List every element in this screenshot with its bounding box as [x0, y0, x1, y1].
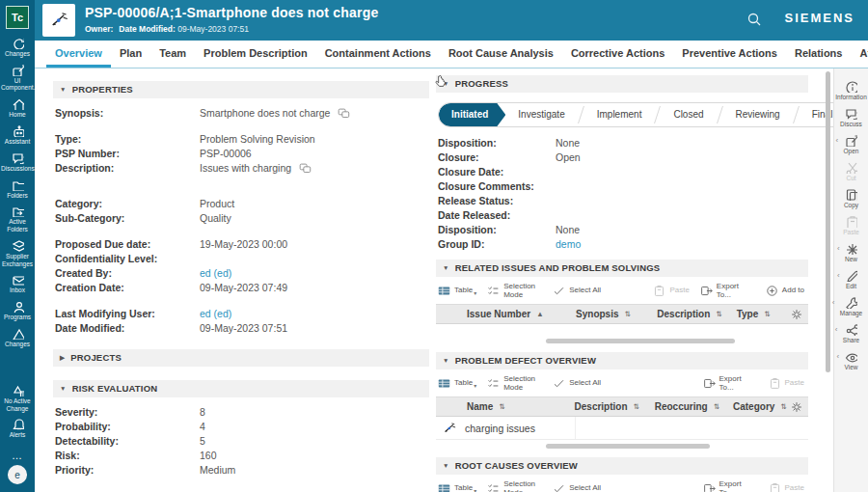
more-options-icon[interactable]: … [12, 450, 23, 461]
stage-closed[interactable]: Closed [661, 103, 716, 126]
export-icon [703, 377, 716, 390]
export-to-button[interactable]: Export To... [700, 282, 755, 299]
field-value: None [556, 223, 580, 237]
column-header-name[interactable]: Name⇅ [436, 401, 567, 412]
tab-preventive-actions[interactable]: Preventive Actions [673, 41, 786, 68]
column-settings-button[interactable] [783, 309, 808, 320]
export-to-button[interactable]: Export To... [703, 479, 758, 492]
tab-containment-actions[interactable]: Containment Actions [316, 41, 440, 68]
vertical-scrollbar[interactable] [826, 71, 830, 372]
sidebar-item-no-active-change[interactable]: No Active Change [0, 384, 35, 413]
active-folder-icon [12, 205, 24, 217]
title-meta: Owner: Date Modified: 09-May-2023 07:51 [85, 24, 249, 34]
section-header-progress[interactable]: ▼ PROGRESS [436, 75, 808, 93]
sidebar-item-ui-component[interactable]: UI Component.. [0, 64, 35, 93]
last-modifying-user-link[interactable]: ed (ed) [200, 307, 231, 321]
tab-problem-description[interactable]: Problem Description [195, 41, 316, 68]
field-row: PSP Number:PSP-00006 [55, 147, 427, 161]
table-view-button[interactable]: Table ▾ [438, 482, 476, 492]
column-header-type[interactable]: Type⇅ [729, 309, 783, 319]
field-row: Type:Problem Solving Revision [55, 132, 427, 147]
collapse-icon: ▼ [443, 352, 449, 369]
open-button[interactable]: ‹ Open [844, 134, 859, 154]
section-title: RISK EVALUATION [72, 380, 158, 397]
section-header-risk-evaluation[interactable]: ▼ RISK EVALUATION [53, 380, 429, 397]
discuss-button[interactable]: Discuss [840, 107, 862, 127]
sidebar-item-active-folders[interactable]: Active Folders [0, 205, 35, 233]
selection-mode-button[interactable]: Selection Mode [487, 374, 542, 392]
group-id-link[interactable]: demo [556, 237, 581, 252]
section-header-related-issues[interactable]: ▼ RELATED ISSUES AND PROBLEM SOLVINGS [436, 260, 808, 277]
new-button[interactable]: ‹ New [845, 242, 857, 262]
section-header-root-causes[interactable]: ▼ ROOT CAUSES OVERVIEW [436, 457, 808, 475]
column-header-reoccuring[interactable]: Reoccuring⇅ [647, 401, 725, 412]
column-settings-button[interactable] [783, 401, 808, 413]
table-row-charging-issues[interactable]: charging issues [436, 417, 808, 440]
view-button[interactable]: ‹ View [845, 350, 858, 370]
field-value: Product [200, 197, 234, 211]
field-row: Detectability:5 [55, 434, 427, 449]
select-all-button[interactable]: Select All [553, 482, 601, 492]
edit-button[interactable]: ‹ Edit [845, 269, 857, 289]
tab-overview[interactable]: Overview [46, 41, 111, 68]
sidebar-item-changes-top[interactable]: Changes [0, 37, 35, 58]
column-header-category[interactable]: Category⇅ [725, 401, 783, 412]
field-row: Closure Comments: [438, 179, 806, 194]
select-all-button[interactable]: Select All [553, 377, 601, 390]
stage-initiated[interactable]: Initiated [439, 103, 505, 126]
select-all-button[interactable]: Select All [553, 285, 601, 297]
tab-team[interactable]: Team [150, 41, 195, 68]
search-icon[interactable] [746, 12, 762, 27]
sidebar-item-programs[interactable]: Programs [0, 300, 35, 321]
user-avatar[interactable]: e [8, 465, 27, 484]
copy-button[interactable]: Copy [844, 188, 858, 208]
sidebar-item-inbox[interactable]: Inbox [0, 273, 35, 294]
sidebar-item-folders[interactable]: Folders [0, 178, 35, 200]
tc-logo[interactable]: Tc [6, 6, 29, 29]
field-row: Category:Product [55, 197, 427, 211]
column-header-description[interactable]: Description⇅ [567, 401, 647, 412]
export-to-button[interactable]: Export To... [703, 374, 758, 392]
tab-plan[interactable]: Plan [111, 41, 150, 68]
tab-relations[interactable]: Relations [786, 41, 852, 68]
translate-icon[interactable] [299, 163, 312, 174]
stage-reviewing[interactable]: Reviewing [723, 103, 793, 126]
manage-button[interactable]: ‹ Manage [840, 296, 863, 316]
column-header-synopsis[interactable]: Synopsis⇅ [568, 309, 649, 319]
created-by-link[interactable]: ed (ed) [200, 266, 231, 281]
section-header-projects[interactable]: ▶ PROJECTS [53, 349, 429, 367]
field-row: Closure Date: [438, 165, 806, 179]
stage-investigate[interactable]: Investigate [505, 103, 577, 126]
translate-icon[interactable] [338, 108, 350, 119]
sidebar-item-supplier-exchanges[interactable]: Supplier Exchanges [0, 239, 35, 268]
field-value: None [556, 136, 580, 150]
sidebar-item-assistant[interactable]: Assistant [0, 124, 35, 146]
sidebar-item-changes[interactable]: Changes [0, 327, 35, 348]
column-header-description[interactable]: Description⇅ [649, 309, 728, 319]
chevron-left-icon: ‹ [832, 298, 835, 307]
tab-corrective-actions[interactable]: Corrective Actions [562, 41, 673, 68]
stage-separator [578, 103, 584, 126]
selection-mode-button[interactable]: Selection Mode [487, 282, 542, 299]
field-row: Date Modified:09-May-2023 07:51 [55, 321, 427, 336]
information-button[interactable]: Information [835, 80, 867, 100]
section-header-problem-defect[interactable]: ▼ PROBLEM DEFECT OVERVIEW [436, 352, 808, 369]
sort-icon: ⇅ [499, 402, 504, 411]
column-header-issue-number[interactable]: Issue Number▲ [436, 309, 568, 319]
section-header-properties[interactable]: ▼ PROPERTIES [53, 81, 429, 98]
selection-mode-button[interactable]: Selection Mode [487, 479, 542, 492]
table-view-button[interactable]: Table ▾ [438, 285, 476, 297]
collapse-icon: ▼ [443, 260, 449, 277]
table-view-button[interactable]: Table ▾ [438, 377, 476, 390]
sidebar-item-home[interactable]: Home [0, 97, 35, 119]
table-icon [438, 377, 450, 390]
sidebar-item-alerts[interactable]: Alerts [0, 418, 35, 439]
add-to-button[interactable]: Add to [766, 285, 804, 297]
share-button[interactable]: ‹ Share [843, 323, 859, 343]
tab-attachments[interactable]: Attachments [851, 41, 868, 68]
root-causes-toolbar: Table ▾ Selection Mode Select All Export… [436, 475, 808, 492]
item-thumbnail [42, 4, 75, 37]
tab-root-cause-analysis[interactable]: Root Cause Analysis [440, 41, 562, 68]
stage-implement[interactable]: Implement [584, 103, 655, 126]
sidebar-item-discussions[interactable]: Discussions [0, 151, 35, 173]
